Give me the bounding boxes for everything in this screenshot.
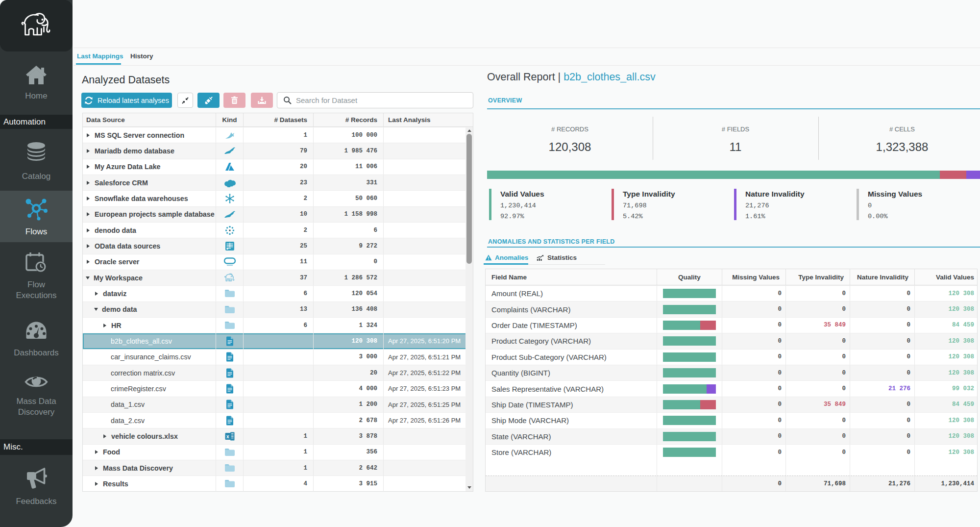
- svg-text:x: x: [226, 434, 229, 439]
